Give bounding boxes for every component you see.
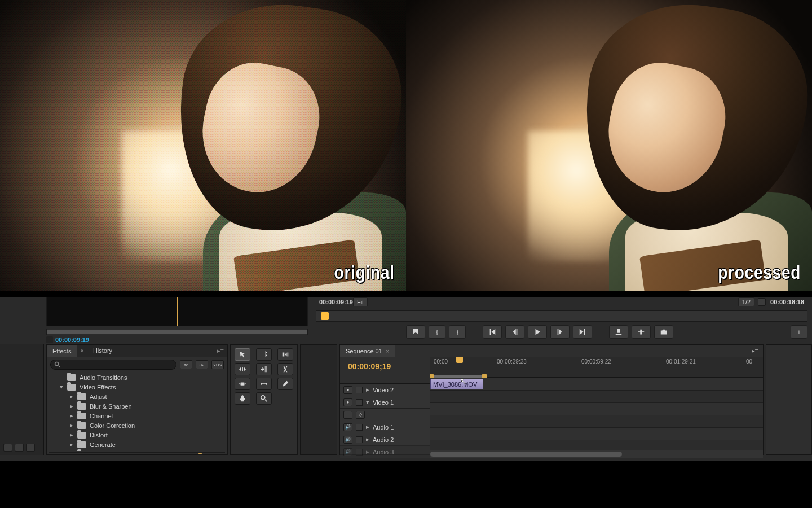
go-to-out-button[interactable] [573,325,592,339]
speaker-icon[interactable]: 🔊 [343,423,352,431]
tree-color-correction[interactable]: ▸Color Correction [49,421,225,430]
chip-fx-icon[interactable]: fx [180,360,192,369]
button-editor-plus[interactable]: + [791,325,807,339]
sync-lock-icon[interactable] [46,336,53,343]
resolution-half-button[interactable]: 1/2 [738,297,754,306]
mark-in-button[interactable]: { [429,325,445,339]
source-monitor-view[interactable] [46,297,308,326]
add-marker-button[interactable] [406,325,425,339]
toggle-sync-icon[interactable] [356,387,363,393]
timeline-hscroll[interactable] [430,450,763,458]
snap-icon[interactable] [391,374,401,382]
toggle-sync-icon[interactable] [356,424,363,431]
track-header-audio1[interactable]: 🔊 ▸Audio 1 [340,421,430,433]
play-button[interactable] [528,325,547,339]
pen-tool[interactable] [277,378,293,390]
folder-icon [77,441,86,448]
marker-icon[interactable] [404,374,414,382]
folder-icon [77,422,86,429]
step-forward-button[interactable] [550,325,570,339]
track-row-audio2[interactable] [430,427,763,440]
timeline-menu-icon[interactable]: ▸≡ [747,345,763,357]
tree-audio-transitions[interactable]: Audio Transitions [49,373,225,382]
track-header-video2[interactable]: ● ▸Video 2 [340,383,430,396]
effects-search-input[interactable] [50,360,176,370]
slide-tool[interactable] [256,378,272,390]
step-back-button[interactable] [505,325,524,339]
tree-video-effects[interactable]: ▾Video Effects [49,382,225,392]
tab-effects[interactable]: Effects [47,345,77,357]
sequence-tab[interactable]: Sequence 01× [340,345,395,357]
settings-icon[interactable] [416,374,426,382]
ripple-edit-tool[interactable] [277,348,293,361]
ruler-label: 00:01:29:21 [666,358,696,365]
track-select-tool[interactable] [256,348,272,361]
tree-blur-sharpen[interactable]: ▸Blur & Sharpen [49,401,225,411]
track-row-video1[interactable] [430,390,763,402]
speaker-icon[interactable]: 🔊 [343,448,352,456]
gutter-button-1[interactable] [3,444,12,452]
program-monitor: 00:00:09:19 Fit 1/2 00:00:18:18 { } + [316,297,807,341]
playhead-handle-icon[interactable] [456,357,463,363]
chip-32-icon[interactable]: 32 [196,360,208,369]
tab-effects-close[interactable]: × [77,345,87,357]
export-frame-button[interactable] [654,325,673,339]
ruler-label: 00:00 [434,358,448,365]
tree-channel[interactable]: ▸Channel [49,411,225,421]
program-marker-icon[interactable] [321,312,329,320]
track-row-video2[interactable]: MVI_3086.MOV [430,378,763,390]
eye-icon[interactable]: ● [343,386,352,394]
source-monitor: 00:00:09:19 [46,297,308,341]
go-to-in-button[interactable] [483,325,502,339]
track-header-audio2[interactable]: 🔊 ▸Audio 2 [340,433,430,445]
toggle-sync-icon[interactable] [356,436,363,443]
mark-out-button[interactable]: } [449,325,466,339]
lift-button[interactable] [609,325,628,339]
clip-video2[interactable]: MVI_3086.MOV [430,379,483,389]
speaker-icon[interactable]: 🔊 [343,436,352,444]
source-scrollbar[interactable] [46,329,308,335]
track-row-video1-sub[interactable] [430,402,763,415]
rolling-edit-tool[interactable] [235,363,250,375]
keyframe-icon[interactable]: ◇ [356,411,365,419]
toggle-sync-icon[interactable] [356,399,363,406]
tab-close-icon[interactable]: × [386,348,389,354]
folder-icon [67,384,76,391]
gutter-button-2[interactable] [15,444,24,452]
zoom-tool[interactable] [256,392,272,405]
slip-tool[interactable] [235,378,250,390]
toggle-sync-icon[interactable] [356,449,363,456]
tree-adjust[interactable]: ▸Adjust [49,392,225,401]
timeline-timecode[interactable]: 00:00:09;19 [340,357,430,374]
ruler-label: 00:00:59:22 [581,358,611,365]
time-ruler[interactable]: 00:00 00:00:29:23 00:00:59:22 00:01:29:2… [430,357,763,378]
track-header-video1[interactable]: ● ▾Video 1 [340,396,430,408]
playhead[interactable] [460,357,460,458]
gutter-button-3[interactable] [26,444,35,452]
source-timecode[interactable]: 00:00:09:19 [55,336,89,343]
track-header-v1-sub[interactable]: ◇ [340,408,430,421]
hand-tool[interactable] [235,392,250,405]
rate-stretch-tool[interactable] [256,363,272,375]
track-row-audio1[interactable] [430,415,763,427]
tree-generate[interactable]: ▸Generate [49,440,225,449]
processed-label: processed [718,261,801,283]
razor-tool[interactable] [277,363,293,375]
ruler-label: 00 [746,358,752,365]
panel-gap [300,344,337,455]
selection-tool[interactable] [235,348,250,361]
track-header-audio3[interactable]: 🔊 ▸Audio 3 [340,445,430,458]
tree-distort[interactable]: ▸Distort [49,430,225,440]
zoom-fit-button[interactable]: Fit [353,297,368,306]
wrench-icon[interactable] [758,298,766,306]
extract-button[interactable] [632,325,651,339]
folder-icon [77,432,86,439]
panel-menu-icon[interactable]: ▸≡ [214,345,227,357]
chip-yuv-icon[interactable]: YUV [211,360,224,369]
blank-icon[interactable] [343,411,352,419]
eye-icon[interactable]: ● [343,398,352,406]
timeline-hscroll-thumb[interactable] [430,452,622,457]
timeline-canvas[interactable]: 00:00 00:00:29:23 00:00:59:22 00:01:29:2… [430,357,763,458]
program-ruler[interactable] [316,310,807,322]
tab-history[interactable]: History [87,345,118,357]
